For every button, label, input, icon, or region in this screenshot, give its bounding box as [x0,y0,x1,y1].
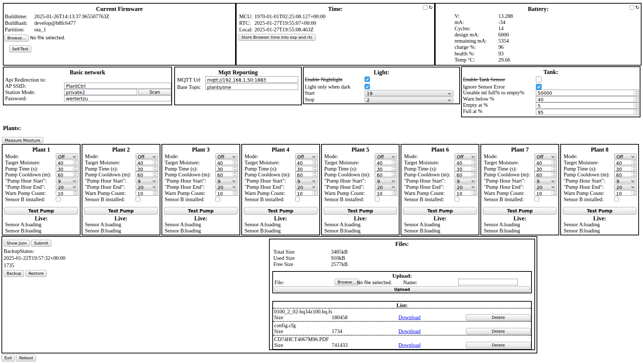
sensor-b-installed-checkbox[interactable] [295,197,300,201]
sensor-b-installed-checkbox[interactable] [614,197,619,201]
sensor-b-installed-checkbox[interactable] [136,197,140,201]
pump-hour-start-select[interactable]: 9 [375,178,397,183]
pump-hour-end-select[interactable]: 20 [534,184,557,189]
battery-auto-refresh-checkbox[interactable] [630,5,634,10]
mode-select[interactable]: Off [375,153,397,159]
show-json-button[interactable]: Show Json [4,240,30,247]
pump-hour-end-select[interactable]: 20 [215,184,238,189]
pump-hour-start-select[interactable]: 9 [56,178,78,183]
time-auto-refresh-checkbox[interactable] [423,5,428,10]
sensor-b-installed-checkbox[interactable] [534,197,539,201]
warn-below-input[interactable]: 40 [536,96,639,102]
warn-pump-count-input[interactable]: 10 [375,190,397,196]
useable-ml-input[interactable]: 50000 [536,90,639,96]
warn-pump-count-input[interactable]: 10 [56,190,78,196]
pump-cooldown-input[interactable]: 60 [295,172,318,177]
ap-ssid-input[interactable]: PlantCtrl [64,83,171,89]
delete-button[interactable]: Delete [466,314,531,321]
enable-tank-sensor-checkbox[interactable] [536,77,542,82]
pump-cooldown-input[interactable]: 60 [375,172,397,177]
mode-select[interactable]: Off [455,153,477,159]
full-at-input[interactable]: 95 [536,109,639,115]
scan-button[interactable]: Scan [138,89,171,95]
ignore-sensor-error-checkbox[interactable] [536,84,542,90]
selftest-button[interactable]: Self-Test [9,46,31,52]
base-topic-input[interactable]: plants/one [205,83,298,90]
warn-pump-count-input[interactable]: 10 [295,190,318,196]
download-link[interactable]: Download [398,328,420,334]
delete-button[interactable]: Delete [466,342,531,348]
pump-time-input[interactable]: 30 [136,166,158,171]
pump-time-input[interactable]: 30 [295,166,318,171]
pump-hour-end-select[interactable]: 20 [56,184,78,189]
test-pump-button[interactable]: Test Pump [4,207,78,215]
target-moisture-input[interactable]: 40 [136,160,158,165]
delete-button[interactable]: Delete [466,328,531,334]
reboot-button[interactable]: Reboot [16,355,36,361]
test-pump-button[interactable]: Test Pump [84,207,158,215]
pump-time-input[interactable]: 30 [534,166,557,171]
target-moisture-input[interactable]: 40 [215,160,238,165]
pump-time-input[interactable]: 30 [215,166,238,171]
pump-cooldown-input[interactable]: 60 [534,172,557,177]
pump-time-input[interactable]: 30 [455,166,477,171]
upload-browse-button[interactable]: Browse… [335,279,359,285]
pump-cooldown-input[interactable]: 60 [614,172,637,177]
pump-hour-end-select[interactable]: 20 [295,184,318,189]
pump-time-input[interactable]: 30 [56,166,78,171]
upload-name-input[interactable] [458,279,518,285]
warn-pump-count-input[interactable]: 10 [534,190,557,196]
target-moisture-input[interactable]: 40 [375,160,397,165]
pump-time-input[interactable]: 30 [375,166,397,171]
mode-select[interactable]: Off [56,153,78,159]
pump-hour-end-select[interactable]: 20 [136,184,158,189]
test-pump-button[interactable]: Test Pump [403,207,477,215]
download-link[interactable]: Download [398,314,420,321]
upload-button[interactable]: Upload [274,286,530,292]
sensor-b-installed-checkbox[interactable] [215,197,220,201]
download-link[interactable]: Download [398,342,420,348]
mode-select[interactable]: Off [295,153,318,159]
station-mode-input[interactable]: private2 [64,89,137,95]
test-pump-button[interactable]: Test Pump [324,207,397,215]
light-only-dark-checkbox[interactable] [365,84,370,89]
target-moisture-input[interactable]: 40 [295,160,318,165]
sensor-b-installed-checkbox[interactable] [375,197,379,201]
mode-select[interactable]: Off [136,153,158,159]
target-moisture-input[interactable]: 40 [56,160,78,165]
warn-pump-count-input[interactable]: 10 [455,190,477,196]
pump-hour-start-select[interactable]: 9 [136,178,158,183]
pump-hour-end-select[interactable]: 20 [614,184,637,189]
time-refresh-icon[interactable]: ↻ [429,5,433,10]
mqtt-url-input[interactable]: mqtt://192.168.1.50:1883 [205,76,298,83]
empty-at-input[interactable]: 5 [536,102,639,109]
pump-cooldown-input[interactable]: 60 [215,172,238,177]
test-pump-button[interactable]: Test Pump [244,207,317,215]
pump-hour-end-select[interactable]: 20 [455,184,477,189]
warn-pump-count-input[interactable]: 10 [136,190,158,196]
pump-cooldown-input[interactable]: 60 [56,172,78,177]
pump-hour-end-select[interactable]: 20 [375,184,397,189]
password-input[interactable]: wertertzu [64,95,171,101]
battery-refresh-icon[interactable]: ↻ [635,5,639,10]
pump-time-input[interactable]: 30 [614,166,637,171]
warn-pump-count-input[interactable]: 10 [614,190,637,196]
pump-cooldown-input[interactable]: 60 [455,172,477,177]
test-pump-button[interactable]: Test Pump [164,207,238,215]
pump-hour-start-select[interactable]: 9 [215,178,238,183]
pump-hour-start-select[interactable]: 9 [614,178,637,183]
light-start-select[interactable]: 19 [365,90,453,96]
submit-button[interactable]: Submit [31,240,51,247]
measure-moisture-button[interactable]: Measure Moisture [2,137,43,143]
target-moisture-input[interactable]: 40 [534,160,557,165]
sensor-b-installed-checkbox[interactable] [455,197,459,201]
sensor-b-installed-checkbox[interactable] [56,197,61,201]
test-pump-button[interactable]: Test Pump [563,207,636,215]
mode-select[interactable]: Off [534,153,557,159]
restore-button[interactable]: Restore [26,270,47,277]
firmware-browse-button[interactable]: Browse… [4,35,29,42]
pump-hour-start-select[interactable]: 9 [295,178,318,183]
mode-select[interactable]: Off [215,153,238,159]
target-moisture-input[interactable]: 40 [455,160,477,165]
warn-pump-count-input[interactable]: 10 [215,190,238,196]
